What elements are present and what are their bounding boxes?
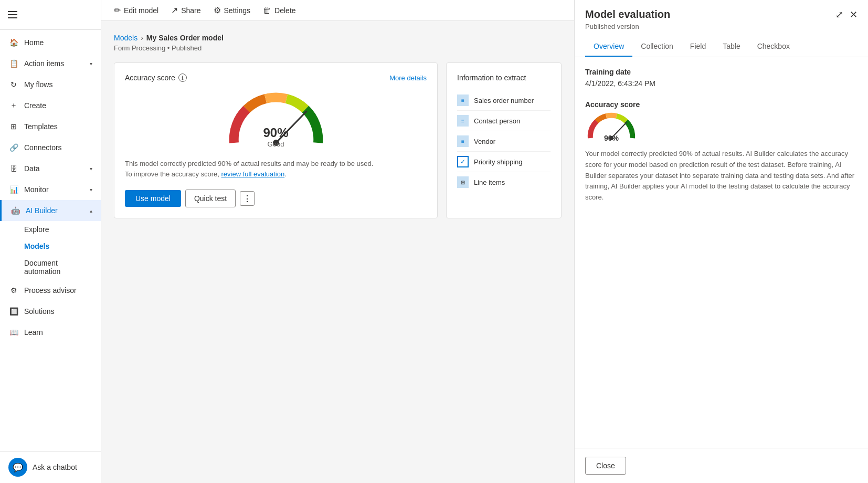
action-items-icon: 📋	[8, 58, 19, 69]
use-model-button[interactable]: Use model	[125, 190, 181, 207]
training-date-label: Training date	[585, 68, 858, 76]
close-button[interactable]: Close	[585, 457, 626, 475]
settings-label: Settings	[224, 6, 251, 15]
sidebar-label-process-advisor: Process advisor	[24, 286, 77, 295]
sidebar-label-my-flows: My flows	[24, 80, 52, 89]
sidebar-item-action-items[interactable]: 📋 Action items ▾	[0, 53, 101, 74]
learn-icon: 📖	[8, 327, 19, 338]
chatbot-button[interactable]: 💬 Ask a chatbot	[8, 458, 92, 477]
edit-model-label: Edit model	[124, 6, 158, 15]
tab-table[interactable]: Table	[714, 37, 748, 57]
expand-panel-button[interactable]: ⤢	[835, 9, 843, 20]
info-card-title: Information to extract	[457, 74, 551, 82]
panel-title: Model evaluation	[585, 8, 670, 20]
info-icon[interactable]: ℹ	[178, 74, 187, 82]
info-label-priority-shipping: Priority shipping	[474, 158, 523, 166]
ai-builder-submenu: Explore Models Document automation	[0, 221, 101, 280]
chatbot-label: Ask a chatbot	[33, 463, 77, 471]
delete-button[interactable]: 🗑 Delete	[263, 6, 295, 15]
data-icon: 🗄	[8, 163, 19, 174]
sidebar-item-my-flows[interactable]: ↻ My flows	[0, 74, 101, 95]
panel-header: Model evaluation ⤢ ✕ Published version O…	[575, 0, 868, 57]
info-item-priority-shipping: ✓ Priority shipping	[457, 152, 551, 172]
panel-accuracy-section: Accuracy score 90% Your model correctly …	[585, 100, 858, 203]
info-label-vendor: Vendor	[474, 138, 495, 145]
sidebar-item-monitor[interactable]: 📊 Monitor ▾	[0, 179, 101, 200]
sidebar-label-monitor: Monitor	[24, 185, 49, 194]
sidebar-label-explore: Explore	[24, 225, 49, 234]
templates-icon: ⊞	[8, 121, 19, 132]
gauge-quality-label: Good	[263, 140, 288, 148]
info-label-sales-order: Sales order number	[474, 97, 534, 104]
breadcrumb-separator: ›	[141, 34, 143, 42]
share-button[interactable]: ↗ Share	[171, 5, 200, 15]
sidebar-label-action-items: Action items	[24, 59, 64, 68]
accuracy-card-header: Accuracy score ℹ More details	[125, 74, 427, 82]
sidebar-item-models[interactable]: Models	[24, 238, 101, 255]
right-panel: Model evaluation ⤢ ✕ Published version O…	[574, 0, 868, 483]
sidebar-item-connectors[interactable]: 🔗 Connectors	[0, 137, 101, 158]
breadcrumb-parent[interactable]: Models	[114, 34, 137, 42]
share-icon: ↗	[171, 5, 178, 15]
chatbot-icon: 💬	[8, 458, 27, 477]
sidebar-bottom: 💬 Ask a chatbot	[0, 451, 101, 483]
sidebar-item-ai-builder[interactable]: 🤖 AI Builder ▴	[0, 200, 101, 221]
sidebar-item-data[interactable]: 🗄 Data ▾	[0, 158, 101, 179]
info-label-contact-person: Contact person	[474, 117, 520, 125]
sidebar-label-create: Create	[24, 101, 46, 110]
ai-builder-icon: 🤖	[10, 205, 20, 216]
main-content: ✏ Edit model ↗ Share ⚙ Settings 🗑 Delete…	[101, 0, 574, 483]
edit-model-button[interactable]: ✏ Edit model	[114, 5, 158, 15]
review-evaluation-link[interactable]: review full evaluation	[221, 170, 285, 178]
sidebar-nav: 🏠 Home 📋 Action items ▾ ↻ My flows ＋ Cre…	[0, 30, 101, 451]
sidebar-item-templates[interactable]: ⊞ Templates	[0, 116, 101, 137]
process-advisor-icon: ⚙	[8, 285, 19, 296]
panel-footer: Close	[575, 448, 868, 483]
action-buttons: Use model Quick test ⋮	[125, 190, 427, 207]
sidebar-item-learn[interactable]: 📖 Learn	[0, 322, 101, 343]
sidebar-label-data: Data	[24, 164, 40, 173]
home-icon: 🏠	[8, 37, 19, 48]
toolbar: ✏ Edit model ↗ Share ⚙ Settings 🗑 Delete	[101, 0, 574, 21]
panel-gauge-wrap: 90%	[585, 112, 638, 142]
sidebar-label-solutions: Solutions	[24, 307, 55, 316]
content-area: Models › My Sales Order model Form Proce…	[101, 21, 574, 483]
breadcrumb-current: My Sales Order model	[146, 34, 224, 42]
more-details-link[interactable]: More details	[389, 74, 427, 82]
tab-overview[interactable]: Overview	[585, 37, 632, 57]
panel-body: Training date 4/1/2022, 6:43:24 PM Accur…	[575, 57, 868, 448]
panel-accuracy-title: Accuracy score	[585, 100, 858, 109]
accuracy-title-row: Accuracy score ℹ	[125, 74, 187, 82]
gauge-container: 90% Good	[125, 90, 427, 148]
sidebar-label-models: Models	[24, 242, 49, 250]
field-icon: ≡	[457, 115, 469, 127]
settings-button[interactable]: ⚙ Settings	[214, 5, 251, 15]
sidebar: 🏠 Home 📋 Action items ▾ ↻ My flows ＋ Cre…	[0, 0, 101, 483]
field-icon: ≡	[457, 135, 469, 147]
accuracy-message: This model correctly predicted 90% of ac…	[125, 159, 427, 179]
info-item-contact-person: ≡ Contact person	[457, 111, 551, 131]
accuracy-message-suffix: .	[284, 170, 287, 178]
quick-test-button[interactable]: Quick test	[185, 190, 236, 207]
sidebar-item-solutions[interactable]: 🔲 Solutions	[0, 301, 101, 322]
panel-tabs: Overview Collection Field Table Checkbox	[585, 37, 858, 57]
edit-icon: ✏	[114, 5, 121, 15]
sidebar-item-explore[interactable]: Explore	[24, 221, 101, 238]
monitor-icon: 📊	[8, 184, 19, 195]
sidebar-item-process-advisor[interactable]: ⚙ Process advisor	[0, 280, 101, 301]
sidebar-item-create[interactable]: ＋ Create	[0, 95, 101, 116]
delete-label: Delete	[274, 6, 295, 15]
sidebar-item-document-automation[interactable]: Document automation	[24, 255, 101, 280]
sidebar-label-learn: Learn	[24, 328, 43, 337]
my-flows-icon: ↻	[8, 79, 19, 90]
cards-row: Accuracy score ℹ More details	[114, 62, 562, 218]
sidebar-item-home[interactable]: 🏠 Home	[0, 32, 101, 53]
close-panel-button[interactable]: ✕	[850, 9, 858, 20]
hamburger-menu[interactable]	[4, 6, 21, 23]
tab-collection[interactable]: Collection	[632, 37, 681, 57]
tab-field[interactable]: Field	[682, 37, 714, 57]
table-icon: ⊞	[457, 176, 469, 188]
connectors-icon: 🔗	[8, 142, 19, 153]
tab-checkbox[interactable]: Checkbox	[749, 37, 798, 57]
more-options-button[interactable]: ⋮	[240, 191, 255, 206]
